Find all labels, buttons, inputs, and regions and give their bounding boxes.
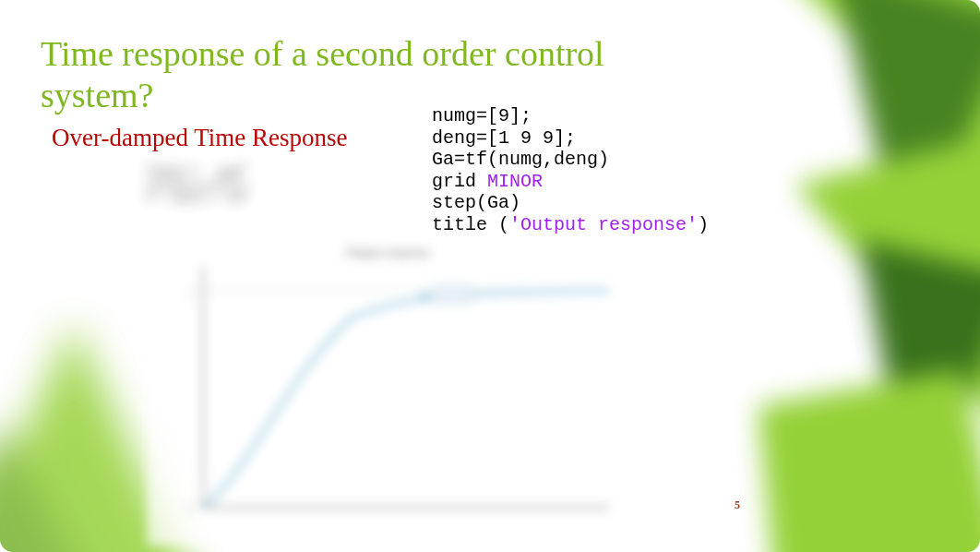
code-line-1: numg=[9]; [432, 105, 532, 126]
svg-point-13 [422, 293, 427, 298]
slide-title: Time response of a second order control … [41, 33, 705, 116]
code-line-2: deng=[1 9 9]; [432, 127, 576, 149]
page-number: 5 [735, 498, 740, 512]
slide-subtitle: Over-damped Time Response [52, 124, 347, 152]
code-line-6a: title ( [432, 214, 509, 235]
svg-marker-4 [795, 129, 980, 443]
code-line-6b: 'Output response' [509, 214, 698, 235]
svg-marker-5 [860, 240, 980, 535]
equation-blurred: G(s) = ωn² s² + 2ζωn s + ωn² [72, 159, 321, 233]
svg-text:Output response: Output response [345, 246, 429, 259]
code-line-3: Ga=tf(numg,deng) [432, 149, 609, 170]
step-response-chart: Output response 1 0 [148, 240, 627, 545]
footer-text: DEE4103_CSE_IMS [0, 522, 980, 539]
code-line-4a: grid [432, 171, 487, 192]
svg-marker-2 [777, 0, 980, 203]
slide: Time response of a second order control … [0, 0, 980, 552]
matlab-code: numg=[9]; deng=[1 9 9]; Ga=tf(numg,deng)… [432, 105, 709, 236]
svg-text:0: 0 [189, 502, 195, 513]
svg-rect-14 [434, 286, 471, 303]
svg-marker-3 [832, 0, 980, 277]
decorative-triangles-right [722, 0, 980, 552]
code-line-4b: MINOR [487, 171, 543, 192]
code-line-6c: ) [698, 214, 709, 235]
svg-text:1: 1 [189, 286, 195, 297]
code-line-5: step(Ga) [432, 192, 520, 213]
